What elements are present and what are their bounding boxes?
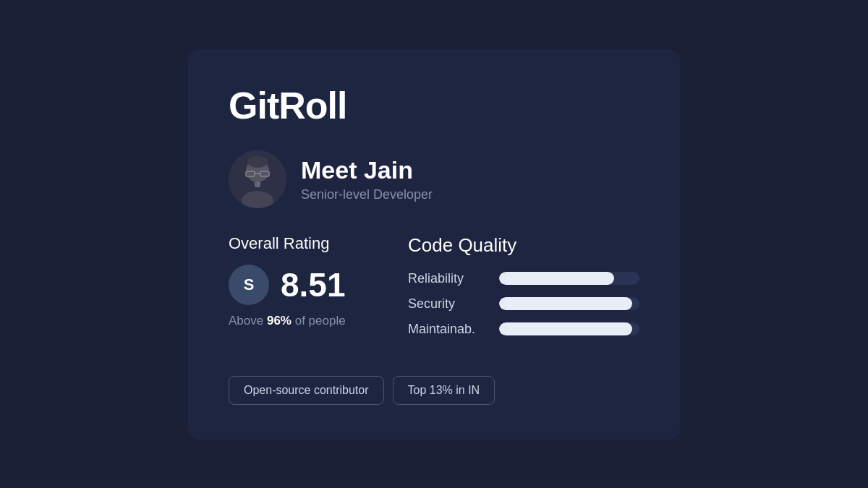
rating-section: Overall Rating S 8.51 Above 96% of peopl… bbox=[229, 234, 373, 328]
profile-developer-title: Senior-level Developer bbox=[301, 187, 433, 202]
percentile-prefix: Above bbox=[229, 314, 267, 328]
rating-number: 8.51 bbox=[281, 265, 346, 304]
rating-label: Overall Rating bbox=[229, 234, 373, 253]
profile-info: Meet Jain Senior-level Developer bbox=[301, 156, 433, 202]
metric-label-security: Security bbox=[408, 296, 488, 312]
svg-rect-7 bbox=[255, 181, 260, 187]
rating-percentile: Above 96% of people bbox=[229, 314, 373, 328]
badge-open-source[interactable]: Open-source contributor bbox=[229, 376, 384, 405]
avatar bbox=[229, 150, 286, 208]
progress-bar-container-security bbox=[499, 297, 639, 310]
main-content: Overall Rating S 8.51 Above 96% of peopl… bbox=[229, 234, 639, 347]
badge-top-in[interactable]: Top 13% in IN bbox=[393, 376, 495, 405]
percentile-suffix: of people bbox=[292, 314, 346, 328]
code-quality-title: Code Quality bbox=[408, 234, 639, 257]
badges-row: Open-source contributor Top 13% in IN bbox=[229, 376, 639, 405]
metric-row-reliability: Reliability bbox=[408, 271, 639, 286]
metric-label-reliability: Reliability bbox=[408, 271, 488, 286]
profile-section: Meet Jain Senior-level Developer bbox=[229, 150, 639, 208]
profile-card: GitRoll Meet Jain Senior-level bbox=[188, 49, 680, 440]
metric-label-maintainability: Maintainab. bbox=[408, 322, 488, 337]
percentile-value: 96% bbox=[267, 314, 292, 328]
progress-bar-fill-maintainability bbox=[499, 322, 632, 335]
code-quality-section: Code Quality Reliability Security Mainta… bbox=[408, 234, 639, 347]
app-title: GitRoll bbox=[229, 84, 639, 127]
metric-row-security: Security bbox=[408, 296, 639, 312]
progress-bar-fill-security bbox=[499, 297, 632, 310]
metric-row-maintainability: Maintainab. bbox=[408, 322, 639, 337]
progress-bar-container-reliability bbox=[499, 272, 639, 285]
progress-bar-container-maintainability bbox=[499, 322, 639, 335]
progress-bar-fill-reliability bbox=[499, 272, 614, 285]
profile-name: Meet Jain bbox=[301, 156, 433, 184]
svg-point-2 bbox=[247, 156, 268, 168]
rating-badge: S bbox=[229, 265, 269, 305]
rating-value-row: S 8.51 bbox=[229, 265, 373, 305]
